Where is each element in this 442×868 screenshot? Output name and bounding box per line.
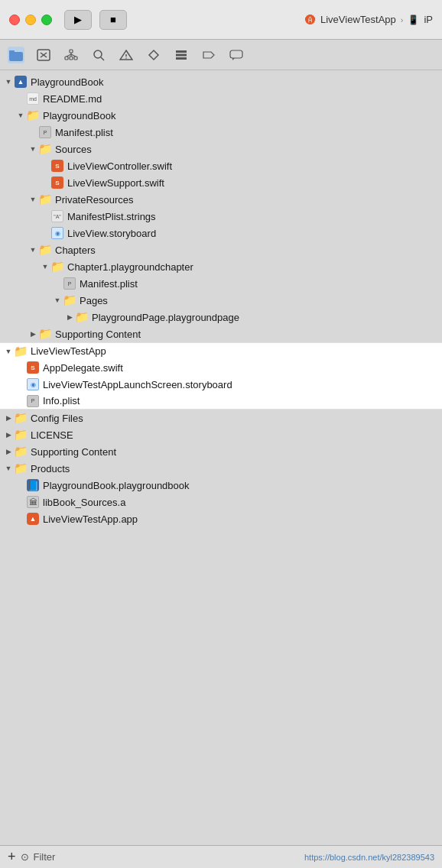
tree-row-chapter1-folder[interactable]: 📁Chapter1.playgroundchapter: [0, 258, 442, 275]
hierarchy-icon[interactable]: [63, 47, 80, 63]
traffic-lights: [9, 15, 52, 25]
tree-row-playgroundbook-root[interactable]: ▲PlaygroundBook: [0, 73, 442, 90]
item-label: Supporting Content: [55, 329, 141, 340]
item-label: Supporting Content: [31, 446, 116, 458]
item-label: Info.plist: [43, 395, 80, 406]
minimize-button[interactable]: [25, 15, 36, 25]
tree-row-privateresources-folder[interactable]: 📁PrivateResources: [0, 191, 442, 208]
item-label: Config Files: [31, 413, 83, 424]
tree-row-launchscreen[interactable]: ◉LiveViewTestAppLaunchScreen.storyboard: [0, 376, 442, 393]
app-icon: 🅐: [305, 14, 316, 26]
svg-marker-21: [203, 52, 214, 58]
disclosure-triangle[interactable]: [3, 429, 14, 440]
tree-row-manifest-plist-1[interactable]: PManifest.plist: [0, 124, 442, 141]
disclosure-triangle[interactable]: [64, 312, 75, 322]
item-label: PlaygroundBook.playgroundbook: [43, 480, 190, 491]
tree-row-chapters-folder[interactable]: 📁Chapters: [0, 241, 442, 258]
tree-row-sources-folder[interactable]: 📁Sources: [0, 141, 442, 157]
tree-row-readme[interactable]: mdREADME.md: [0, 90, 442, 107]
plist-file-icon: P: [26, 395, 40, 407]
tree-row-pages-folder[interactable]: 📁Pages: [0, 292, 442, 309]
alert-triangle-icon[interactable]: [118, 47, 135, 63]
titlebar: ▶ ■ 🅐 LiveViewTestApp › 📱 iP: [0, 0, 442, 40]
device-label: iP: [424, 14, 433, 25]
tree-row-liveviewtestapp-folder[interactable]: 📁LiveViewTestApp: [0, 342, 442, 359]
add-button[interactable]: +: [8, 849, 16, 865]
tree-row-config-files-folder[interactable]: 📁Config Files: [0, 410, 442, 426]
svg-rect-1: [9, 50, 15, 53]
maximize-button[interactable]: [41, 15, 52, 25]
tree-row-liveview-storyboard[interactable]: ◉LiveView.storyboard: [0, 225, 442, 241]
breadcrumb-separator: ›: [401, 15, 404, 24]
tree-row-playgroundpage[interactable]: 📁PlaygroundPage.playgroundpage: [0, 309, 442, 326]
folder-icon: 📁: [14, 462, 28, 474]
close-button[interactable]: [9, 15, 20, 25]
tree-row-playgroundbook-folder[interactable]: 📁PlaygroundBook: [0, 107, 442, 124]
tree-row-liveviewsupport[interactable]: SLiveViewSupport.swift: [0, 174, 442, 191]
tree-row-info-plist[interactable]: PInfo.plist: [0, 393, 442, 410]
folder-icon: 📁: [38, 143, 52, 155]
svg-rect-6: [65, 57, 68, 60]
disclosure-triangle[interactable]: [3, 76, 14, 87]
item-label: Pages: [80, 295, 108, 306]
play-icon: ▶: [74, 14, 82, 25]
item-label: Products: [31, 463, 70, 474]
diamond-icon[interactable]: [145, 47, 162, 63]
disclosure-triangle[interactable]: [3, 463, 14, 474]
folder-icon[interactable]: [8, 47, 24, 63]
app-name: LiveViewTestApp: [320, 14, 396, 25]
folder-blue-icon: 📁: [75, 311, 89, 323]
tree-row-appdelegate[interactable]: SAppDelegate.swift: [0, 359, 442, 376]
item-label: PlaygroundPage.playgroundpage: [92, 312, 239, 323]
label-icon[interactable]: [200, 47, 217, 63]
disclosure-triangle[interactable]: [28, 245, 38, 255]
chat-icon[interactable]: [228, 47, 245, 63]
file-tree: ▲PlaygroundBookmdREADME.md📁PlaygroundBoo…: [0, 70, 442, 845]
tree-row-manifest-plist-2[interactable]: PManifest.plist: [0, 275, 442, 292]
tree-row-license[interactable]: 📁LICENSE: [0, 426, 442, 443]
filter-icon[interactable]: ⊙: [21, 851, 29, 863]
url-label: https://blog.csdn.net/kyl282389543: [304, 853, 434, 862]
folder-icon: 📁: [38, 244, 52, 256]
bottom-left: + ⊙ Filter: [8, 849, 55, 865]
tree-row-manifestplist-strings[interactable]: "A"ManifestPlist.strings: [0, 208, 442, 225]
search-icon[interactable]: [90, 47, 107, 63]
filter-label[interactable]: Filter: [34, 851, 56, 863]
list-icon[interactable]: [173, 47, 190, 63]
cross-square-icon[interactable]: [35, 47, 52, 63]
item-label: libBook_Sources.a: [43, 497, 125, 508]
disclosure-triangle[interactable]: [15, 110, 26, 121]
plist-file-icon: P: [63, 277, 76, 290]
tree-row-supporting-content-1[interactable]: 📁Supporting Content: [0, 326, 442, 342]
disclosure-triangle[interactable]: [40, 261, 50, 272]
item-label: Manifest.plist: [80, 278, 138, 290]
titlebar-controls: ▶ ■: [64, 10, 127, 30]
tree-row-playgroundbook-product[interactable]: 📘PlaygroundBook.playgroundbook: [0, 477, 442, 494]
stop-button[interactable]: ■: [99, 10, 127, 30]
storyboard-file-icon: ◉: [26, 378, 40, 390]
item-label: LiveViewController.swift: [67, 160, 172, 172]
swift-file-icon: S: [26, 361, 40, 374]
item-label: Sources: [55, 144, 92, 155]
tree-row-liveviewtestapp-app[interactable]: ▲LiveViewTestApp.app: [0, 510, 442, 527]
disclosure-triangle[interactable]: [28, 329, 38, 339]
disclosure-triangle[interactable]: [3, 346, 14, 357]
tree-row-libbook-sources[interactable]: 🏛libBook_Sources.a: [0, 494, 442, 510]
folder-icon: 📁: [14, 412, 28, 424]
tree-row-products-folder[interactable]: 📁Products: [0, 460, 442, 477]
folder-icon: 📁: [14, 345, 28, 358]
tree-row-supporting-content-2[interactable]: 📁Supporting Content: [0, 443, 442, 460]
disclosure-triangle[interactable]: [3, 413, 14, 423]
play-button[interactable]: ▶: [64, 10, 92, 30]
folder-blue-icon: 📁: [50, 261, 64, 273]
disclosure-triangle[interactable]: [3, 446, 14, 457]
disclosure-triangle[interactable]: [28, 144, 38, 154]
svg-rect-18: [176, 50, 187, 53]
disclosure-triangle[interactable]: [52, 295, 63, 306]
app-icon: ▲: [26, 513, 40, 525]
tree-row-liveviewcontroller[interactable]: SLiveViewController.swift: [0, 157, 442, 174]
plist-file-icon: P: [38, 126, 52, 138]
strings-file-icon: "A": [50, 210, 64, 222]
folder-icon: 📁: [26, 109, 40, 121]
disclosure-triangle[interactable]: [28, 194, 38, 205]
